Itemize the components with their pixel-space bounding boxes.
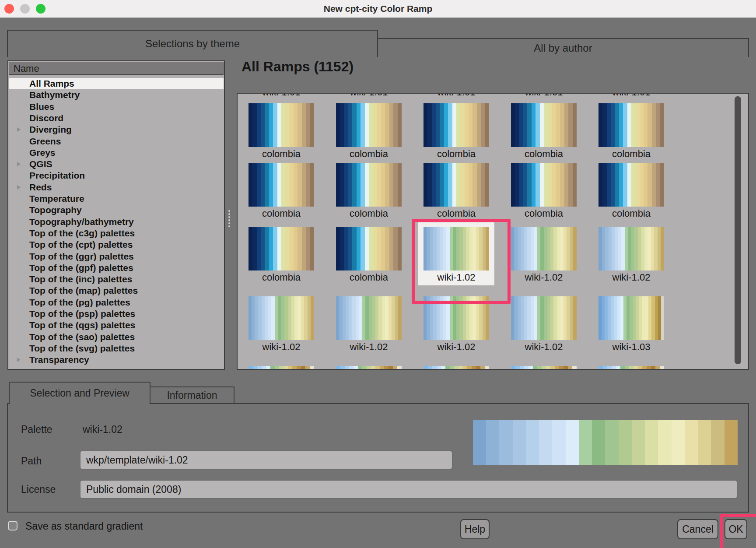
sidebar-item-topography[interactable]: Topography — [9, 204, 224, 216]
ramp-thumbnail-colombia[interactable] — [336, 227, 402, 270]
ramp-thumbnail-colombia[interactable] — [598, 163, 664, 207]
sidebar-item-label: Topography — [29, 205, 82, 215]
sidebar-item-top-of-the-inc-palettes[interactable]: Top of the (inc) palettes — [9, 274, 224, 285]
ramp-thumbnail-colombia[interactable] — [598, 103, 664, 147]
ramp-label[interactable]: wiki-1.02 — [598, 272, 664, 284]
save-standard-gradient-checkbox[interactable] — [8, 521, 18, 530]
sidebar-item-top-of-the-c3g-palettes[interactable]: Top of the (c3g) palettes — [9, 228, 224, 239]
sidebar-item-label: Transparency — [29, 355, 89, 365]
ramp-thumbnail-colombia[interactable] — [248, 227, 314, 270]
sidebar-item-precipitation[interactable]: Precipitation — [9, 170, 224, 181]
ramp-thumbnail-wiki-1.02[interactable] — [424, 227, 489, 270]
sidebar-item-discord[interactable]: Discord — [9, 112, 224, 124]
cancel-button[interactable]: Cancel — [677, 519, 718, 539]
sidebar-item-top-of-the-map-palettes[interactable]: Top of the (map) palettes — [9, 285, 224, 296]
ramp-category-panel: Name All RampsBathymetryBluesDiscordDive… — [7, 60, 225, 370]
ramp-thumbnail-colombia[interactable] — [424, 103, 489, 147]
sidebar-item-top-of-the-sao-palettes[interactable]: Top of the (sao) palettes — [9, 331, 224, 343]
ramp-label[interactable]: colombia — [598, 208, 664, 220]
ramp-label[interactable]: wiki-1.03 — [598, 341, 664, 354]
sidebar-item-transparency[interactable]: Transparency — [9, 354, 224, 365]
ramp-thumbnail-wiki-1.02[interactable] — [248, 296, 314, 340]
expand-arrow-icon[interactable] — [17, 358, 21, 362]
ramp-thumbnail-colombia[interactable] — [336, 163, 402, 207]
license-input[interactable] — [80, 480, 738, 499]
ramp-thumbnail-wiki-1.02[interactable] — [598, 227, 664, 270]
sidebar-item-top-of-the-svg-palettes[interactable]: Top of the (svg) palettes — [9, 343, 224, 354]
ramp-label[interactable]: colombia — [336, 208, 402, 220]
ok-button[interactable]: OK — [724, 519, 747, 539]
sidebar-item-label: Top of the (svg) palettes — [29, 343, 135, 354]
ramp-thumbnail-wiki-1.02[interactable] — [424, 296, 489, 340]
sidebar-item-top-of-the-cpt-palettes[interactable]: Top of the (cpt) palettes — [9, 239, 224, 250]
sidebar-item-topography-bathymetry[interactable]: Topography/bathymetry — [9, 216, 224, 228]
help-button[interactable]: Help — [460, 519, 490, 539]
ramps-heading: All Ramps (1152) — [242, 59, 354, 75]
sidebar-item-top-of-the-qgs-palettes[interactable]: Top of the (qgs) palettes — [9, 320, 224, 331]
sidebar-item-top-of-the-pg-palettes[interactable]: Top of the (pg) palettes — [9, 297, 224, 308]
ramp-label[interactable]: colombia — [424, 208, 489, 220]
cpt-city-dialog: New cpt-city Color Ramp Selections by th… — [0, 0, 756, 548]
ramp-thumbnail-partial[interactable] — [511, 366, 577, 370]
sidebar-item-label: Precipitation — [29, 170, 85, 181]
sidebar-item-temperature[interactable]: Temperature — [9, 193, 224, 204]
ramp-label[interactable]: colombia — [511, 208, 577, 220]
ramp-label[interactable]: wiki-1.02 — [511, 272, 577, 284]
expand-arrow-icon[interactable] — [17, 162, 21, 166]
sidebar-item-reds[interactable]: Reds — [9, 182, 224, 193]
ramp-thumbnail-wiki-1.03[interactable] — [598, 296, 664, 340]
sidebar-item-bathymetry[interactable]: Bathymetry — [9, 89, 224, 101]
ramp-thumbnail-colombia[interactable] — [511, 103, 577, 147]
ramp-thumbnail-partial[interactable] — [598, 366, 664, 370]
ramp-label[interactable]: colombia — [248, 148, 314, 161]
sidebar-item-top-of-the-gpf-palettes[interactable]: Top of the (gpf) palettes — [9, 262, 224, 274]
ramp-thumbnail-wiki-1.02[interactable] — [511, 227, 577, 270]
tab-selection-and-preview[interactable]: Selection and Preview — [9, 382, 150, 404]
grid-scrollbar[interactable] — [735, 96, 741, 364]
ramp-thumbnail-colombia[interactable] — [424, 163, 489, 207]
ramp-label[interactable]: wiki-1.02 — [248, 341, 314, 354]
ramp-label[interactable]: colombia — [424, 148, 489, 161]
tab-information[interactable]: Information — [150, 386, 234, 403]
expand-arrow-icon[interactable] — [17, 185, 21, 190]
sidebar-item-top-of-the-ggr-palettes[interactable]: Top of the (ggr) palettes — [9, 251, 224, 262]
sidebar-item-label: Top of the (pg) palettes — [29, 297, 130, 308]
ramp-label-clipped: wiki-1.01 — [511, 94, 577, 98]
ramp-thumbnail-partial[interactable] — [424, 366, 489, 370]
ramp-label[interactable]: colombia — [248, 208, 314, 220]
sidebar-item-greys[interactable]: Greys — [9, 147, 224, 158]
sidebar-item-blues[interactable]: Blues — [9, 101, 224, 112]
sidebar-item-qgis[interactable]: QGIS — [9, 158, 224, 170]
sidebar-item-label: Top of the (sao) palettes — [29, 332, 135, 342]
expand-arrow-icon[interactable] — [17, 127, 21, 132]
ramp-label[interactable]: wiki-1.02 — [424, 272, 489, 284]
ramp-label[interactable]: colombia — [336, 272, 402, 284]
ramp-label[interactable]: colombia — [598, 148, 664, 161]
ramp-thumbnail-wiki-1.02[interactable] — [336, 296, 402, 340]
ramp-thumbnail-partial[interactable] — [248, 366, 314, 370]
name-column-header[interactable]: Name — [9, 62, 224, 75]
sidebar-item-greens[interactable]: Greens — [9, 136, 224, 147]
ramp-label[interactable]: colombia — [336, 148, 402, 161]
tab-selections-by-theme[interactable]: Selections by theme — [7, 30, 378, 57]
splitter-grip-dot — [228, 219, 230, 221]
sidebar-item-top-of-the-psp-palettes[interactable]: Top of the (psp) palettes — [9, 308, 224, 320]
ramp-thumbnail-wiki-1.02[interactable] — [511, 296, 577, 340]
ramp-thumbnail-colombia[interactable] — [336, 103, 402, 147]
ramp-label[interactable]: wiki-1.02 — [336, 341, 402, 354]
sidebar-item-label: Greens — [29, 136, 61, 147]
path-input[interactable] — [80, 450, 453, 470]
ramp-label[interactable]: wiki-1.02 — [424, 341, 489, 354]
ramp-thumbnail-colombia[interactable] — [511, 163, 577, 207]
splitter-grip-dot — [228, 222, 230, 224]
ramp-label[interactable]: wiki-1.02 — [511, 341, 577, 354]
tab-all-by-author[interactable]: All by author — [378, 38, 749, 57]
ramp-thumbnail-colombia[interactable] — [248, 163, 314, 207]
sidebar-item-label: QGIS — [29, 159, 52, 169]
ramp-label[interactable]: colombia — [511, 148, 577, 161]
ramp-thumbnail-colombia[interactable] — [248, 103, 314, 147]
ramp-label[interactable]: colombia — [248, 272, 314, 284]
sidebar-item-all-ramps[interactable]: All Ramps — [9, 78, 224, 89]
ramp-thumbnail-partial[interactable] — [336, 366, 402, 370]
sidebar-item-diverging[interactable]: Diverging — [9, 124, 224, 135]
